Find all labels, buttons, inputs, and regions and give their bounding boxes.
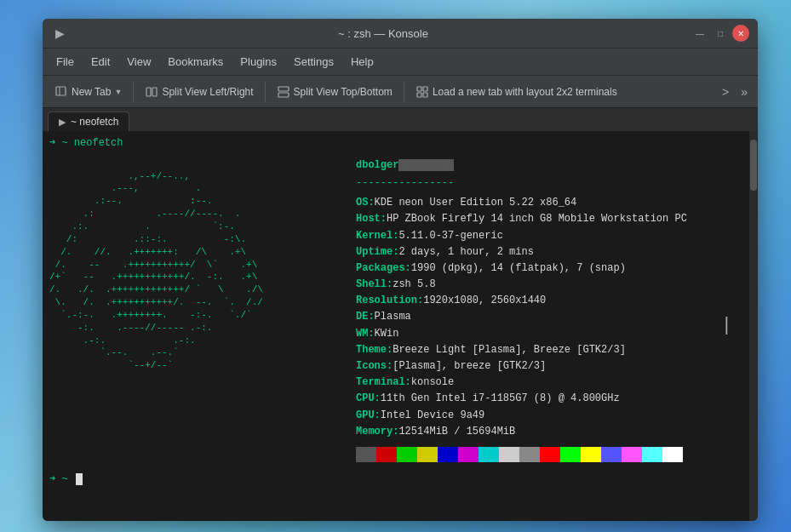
prompt-arrow-2: ➜ — [49, 472, 55, 487]
svg-rect-8 — [417, 93, 421, 97]
prompt-dir-2: ~ — [55, 472, 74, 487]
konsole-window: ▶ ~ : zsh — Konsole — □ ✕ File Edit View… — [43, 19, 758, 521]
sysinfo-wm-key: WM: — [356, 326, 375, 342]
load-layout-label: Load a new tab with layout 2x2 terminals — [433, 86, 617, 98]
sysinfo-resolution-line: Resolution: 1920x1080, 2560x1440 — [356, 293, 742, 309]
terminal-output[interactable]: ➜ ~ neofetch .,--+/--.., .---, . .:--. :… — [43, 131, 749, 521]
prompt-dir: ~ — [61, 137, 73, 149]
svg-rect-4 — [278, 87, 289, 91]
color-block-14 — [642, 447, 662, 462]
sysinfo-os-line: OS: KDE neon User Edition 5.22 x86_64 — [356, 195, 742, 211]
menubar: File Edit View Bookmarks Plugins Setting… — [43, 48, 758, 75]
close-button[interactable]: ✕ — [732, 25, 749, 42]
color-block-5 — [458, 447, 479, 462]
toolbar-separator-1 — [133, 82, 134, 102]
menu-edit[interactable]: Edit — [84, 52, 117, 72]
sysinfo-terminal-val: konsole — [411, 375, 454, 391]
system-info: dbolger████ ---------------- OS: KDE neo… — [356, 157, 742, 462]
active-tab[interactable]: ▶ ~ neofetch — [48, 112, 129, 131]
sysinfo-icons-key: Icons: — [356, 358, 393, 375]
maximize-button[interactable]: □ — [712, 25, 729, 42]
load-layout-icon — [416, 85, 429, 99]
split-left-right-button[interactable]: Split View Left/Right — [138, 82, 260, 102]
sysinfo-packages-key: Packages: — [356, 260, 411, 277]
sysinfo-packages-line: Packages: 1990 (dpkg), 14 (flatpak), 7 (… — [356, 260, 742, 277]
menu-file[interactable]: File — [49, 52, 81, 72]
tab-terminal-icon: ▶ — [59, 117, 66, 128]
sysinfo-host-key: Host: — [356, 211, 387, 227]
scrollbar[interactable] — [749, 131, 758, 521]
window-title: ~ : zsh — Konsole — [75, 27, 691, 40]
svg-rect-3 — [152, 88, 157, 96]
load-layout-button[interactable]: Load a new tab with layout 2x2 terminals — [409, 82, 624, 102]
sysinfo-terminal-key: Terminal: — [356, 375, 411, 391]
menu-view[interactable]: View — [120, 52, 158, 72]
sysinfo-username: dbolger████ — [356, 157, 742, 174]
sysinfo-shell-key: Shell: — [356, 277, 393, 293]
window-controls: — □ ✕ — [691, 25, 749, 42]
menu-bookmarks[interactable]: Bookmarks — [161, 52, 230, 72]
sysinfo-shell-val: zsh 5.8 — [393, 277, 435, 293]
sysinfo-wm-val: KWin — [375, 326, 399, 342]
svg-rect-0 — [56, 87, 66, 95]
sysinfo-cpu-line: CPU: 11th Gen Intel i7-1185G7 (8) @ 4.80… — [356, 391, 742, 407]
sysinfo-resolution-key: Resolution: — [356, 293, 423, 309]
new-tab-button[interactable]: New Tab ▼ — [48, 82, 129, 102]
menu-settings[interactable]: Settings — [287, 52, 341, 72]
svg-rect-2 — [146, 88, 151, 96]
sysinfo-kernel-key: Kernel: — [356, 228, 398, 244]
color-block-4 — [438, 447, 458, 462]
svg-rect-6 — [417, 87, 421, 91]
sysinfo-theme-key: Theme: — [356, 342, 393, 358]
color-block-6 — [479, 447, 499, 462]
sysinfo-uptime-line: Uptime: 2 days, 1 hour, 2 mins — [356, 244, 742, 260]
color-block-8 — [519, 447, 540, 462]
ascii-art: .,--+/--.., .---, . .:--. :--. .: .----/… — [49, 157, 339, 462]
prompt-arrow: ➜ — [49, 137, 61, 149]
sysinfo-memory-line: Memory: 12514MiB / 15694MiB — [356, 424, 742, 440]
split-left-right-label: Split View Left/Right — [162, 86, 253, 98]
cursor — [76, 473, 83, 485]
sysinfo-wm-line: WM: KWin — [356, 326, 742, 342]
scrollbar-thumb[interactable] — [750, 140, 757, 191]
sysinfo-icons-val: [Plasma], breeze [GTK2/3] — [393, 358, 546, 375]
sysinfo-kernel-line: Kernel: 5.11.0-37-generic — [356, 228, 742, 244]
color-block-15 — [662, 447, 683, 462]
color-block-0 — [356, 447, 376, 462]
sysinfo-icons-line: Icons: [Plasma], breeze [GTK2/3] — [356, 358, 742, 375]
split-top-bottom-label: Split View Top/Bottom — [294, 86, 393, 98]
menu-help[interactable]: Help — [344, 52, 381, 72]
sysinfo-cpu-val: 11th Gen Intel i7-1185G7 (8) @ 4.800GHz — [381, 391, 620, 407]
sysinfo-uptime-val: 2 days, 1 hour, 2 mins — [398, 244, 533, 260]
sysinfo-de-key: DE: — [356, 309, 375, 325]
split-top-bottom-button[interactable]: Split View Top/Bottom — [270, 82, 399, 102]
color-block-13 — [622, 447, 642, 462]
color-palette — [356, 447, 742, 462]
svg-rect-7 — [423, 87, 427, 91]
toolbar-scroll-more[interactable]: » — [736, 82, 753, 102]
sysinfo-os-key: OS: — [356, 195, 375, 211]
sysinfo-packages-val: 1990 (dpkg), 14 (flatpak), 7 (snap) — [411, 260, 626, 277]
toolbar: New Tab ▼ Split View Left/Right Split Vi… — [43, 75, 758, 107]
sysinfo-separator: ---------------- — [356, 175, 742, 192]
sysinfo-host-line: Host: HP ZBook Firefly 14 inch G8 Mobile… — [356, 211, 742, 227]
sysinfo-gpu-line: GPU: Intel Device 9a49 — [356, 408, 742, 424]
sysinfo-shell-line: Shell: zsh 5.8 — [356, 277, 742, 293]
terminal-area: ➜ ~ neofetch .,--+/--.., .---, . .:--. :… — [43, 131, 758, 521]
toolbar-scroll-right[interactable]: > — [717, 82, 734, 102]
color-block-3 — [417, 447, 438, 462]
sysinfo-gpu-val: Intel Device 9a49 — [381, 408, 484, 424]
minimize-button[interactable]: — — [691, 25, 708, 42]
sysinfo-cpu-key: CPU: — [356, 391, 381, 407]
tab-label: ~ neofetch — [71, 116, 118, 128]
sysinfo-memory-key: Memory: — [356, 424, 398, 440]
sysinfo-theme-line: Theme: Breeze Light [Plasma], Breeze [GT… — [356, 342, 742, 358]
color-block-12 — [601, 447, 622, 462]
split-top-bottom-icon — [277, 85, 290, 99]
sysinfo-memory-val: 12514MiB / 15694MiB — [398, 424, 515, 440]
color-block-1 — [376, 447, 397, 462]
sysinfo-gpu-key: GPU: — [356, 408, 381, 424]
color-block-2 — [397, 447, 417, 462]
neofetch-output: .,--+/--.., .---, . .:--. :--. .: .----/… — [49, 154, 742, 466]
menu-plugins[interactable]: Plugins — [233, 52, 284, 72]
